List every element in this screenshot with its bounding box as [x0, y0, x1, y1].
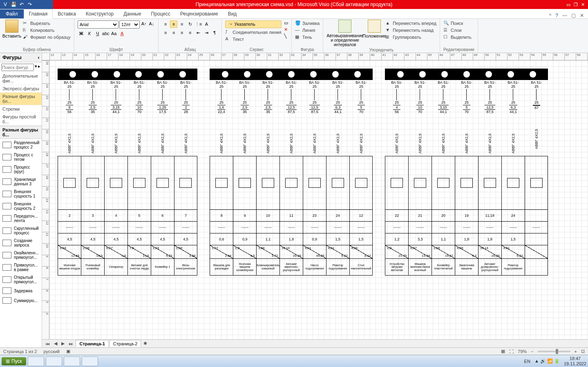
shape-item[interactable]: Процесс (круг): [0, 163, 42, 176]
tray-icons[interactable]: ▲ 🔊 📶 🔋: [534, 358, 560, 364]
shadow-button[interactable]: ▦Тень: [295, 34, 320, 40]
shape-search-dropdown-icon[interactable]: ▾: [35, 64, 37, 71]
font-name-select[interactable]: Arial: [78, 20, 118, 29]
tab-design[interactable]: Конструктор: [81, 9, 118, 18]
strikethrough-button[interactable]: abc: [102, 30, 110, 37]
bold-button[interactable]: Ж: [78, 30, 85, 37]
font-color-button[interactable]: А: [118, 30, 126, 37]
orientation-icon[interactable]: ↻: [186, 20, 194, 28]
macro-record-icon[interactable]: ▣: [66, 349, 70, 354]
copy-button[interactable]: ⎘Копировать: [23, 27, 71, 33]
shape-item[interactable]: Задержка: [0, 286, 42, 296]
page-first-icon[interactable]: ⏮: [44, 341, 51, 346]
help-icon[interactable]: ?: [555, 13, 558, 18]
shape-item[interactable]: Окаймленн... прямоугол...: [0, 249, 42, 261]
undo-icon[interactable]: ↶: [19, 2, 25, 7]
taskbar-telegram-icon[interactable]: [46, 356, 62, 366]
page-add-icon[interactable]: ✱: [142, 341, 149, 346]
view-mode-icon[interactable]: ▦: [501, 349, 505, 354]
tab-review[interactable]: Рецензирование: [175, 9, 223, 18]
window-close-icon[interactable]: ✕: [580, 13, 584, 18]
canvas[interactable]: 1213141516171819202122232425262728293031…: [42, 53, 588, 347]
shape-item[interactable]: Передаточ... лента: [0, 212, 42, 225]
status-language[interactable]: русский: [43, 349, 59, 354]
pane-collapse-icon[interactable]: ‹: [38, 55, 39, 60]
font-size-select[interactable]: 12пт: [119, 20, 140, 29]
stencil-item[interactable]: Экспресс-фигуры: [0, 85, 42, 93]
page-last-icon[interactable]: ⏭: [67, 341, 75, 346]
start-button[interactable]: ⊞Пуск: [2, 357, 26, 365]
page-tab-1[interactable]: Страница-1: [76, 340, 108, 347]
connector-tool-button[interactable]: ⤴Соединительная линия: [225, 29, 281, 35]
tray-lang[interactable]: EN: [524, 359, 530, 364]
shape-item[interactable]: Создание запроса: [0, 237, 42, 249]
bullets-icon[interactable]: ⋮≡: [195, 20, 202, 28]
decrease-font-icon[interactable]: A↓: [148, 20, 155, 29]
align-middle-icon[interactable]: ≡: [170, 20, 177, 28]
line-tool-icon[interactable]: ╲: [284, 33, 288, 39]
stencil-item[interactable]: Фигуры простой б...: [0, 113, 42, 126]
send-backward-button[interactable]: ▼Переместить назад: [385, 27, 436, 33]
align-top-icon[interactable]: ≡: [162, 20, 169, 28]
shape-item[interactable]: Внешняя сущность 1: [0, 188, 42, 200]
minimize-icon[interactable]: ▭: [566, 2, 570, 7]
fit-window-icon[interactable]: ⊡: [581, 349, 585, 354]
group-button[interactable]: ⊞Группировать: [385, 34, 436, 40]
window-min-icon[interactable]: —: [562, 13, 567, 18]
tab-home[interactable]: Главная: [24, 9, 53, 19]
format-painter-button[interactable]: 🖌Формат по образцу: [23, 34, 71, 40]
align-center-icon[interactable]: ≡: [170, 29, 177, 36]
window-restore-icon[interactable]: ▢: [571, 13, 576, 18]
find-button[interactable]: 🔍Поиск: [443, 20, 472, 26]
shape-search-go-icon[interactable]: ▸: [38, 64, 40, 71]
paste-button[interactable]: Вставить: [3, 20, 20, 38]
tab-view[interactable]: Вид: [223, 9, 242, 18]
shape-item[interactable]: Процесс с тегом: [0, 151, 42, 163]
drawing-page[interactable]: ВА 51-2525856АВВГ 4Х2,5ВА 51-25252,535АВ…: [49, 60, 588, 339]
align-right-icon[interactable]: ≡: [178, 29, 186, 36]
full-screen-icon[interactable]: ⛶: [509, 349, 514, 354]
align-bottom-icon[interactable]: ≡: [178, 20, 186, 28]
paragraph-spacing-icon[interactable]: ¶: [211, 29, 218, 36]
shape-item[interactable]: Открытый прямоугол...: [0, 274, 42, 286]
ribbon-minimize-icon[interactable]: ^: [549, 13, 552, 18]
line-button[interactable]: ―Линия: [295, 27, 320, 33]
tab-data[interactable]: Данные: [118, 9, 146, 18]
zoom-slider[interactable]: [538, 351, 570, 352]
italic-button[interactable]: К: [86, 30, 93, 37]
shape-item[interactable]: Суммирую...: [0, 296, 42, 305]
text-direction-icon[interactable]: A: [203, 20, 210, 28]
autoalign-button[interactable]: Автовыравнивание и определение интервало…: [326, 20, 363, 47]
tab-insert[interactable]: Вставка: [53, 9, 81, 18]
shape-item[interactable]: Прямоугол... в рамке: [0, 261, 42, 274]
position-button[interactable]: Положение: [366, 20, 383, 38]
select-button[interactable]: ☐Выделить: [443, 34, 472, 40]
taskbar-visio-icon[interactable]: [82, 356, 98, 366]
align-left-icon[interactable]: ≡: [162, 29, 169, 36]
decrease-indent-icon[interactable]: ⇤: [195, 29, 202, 36]
fill-button[interactable]: 🪣Заливка: [295, 20, 320, 26]
zoom-out-icon[interactable]: −: [531, 349, 533, 354]
shape-item[interactable]: Хранилище данных 3: [0, 176, 42, 188]
text-tool-button[interactable]: AТекст: [225, 36, 281, 42]
cut-button[interactable]: ✂Вырезать: [23, 20, 71, 26]
shape-item[interactable]: Разделенный процесс 2: [0, 139, 42, 151]
shape-item[interactable]: Скругленный процесс: [0, 225, 42, 237]
shape-search-input[interactable]: [1, 64, 34, 71]
stencil-item[interactable]: Стрелки: [0, 105, 42, 113]
taskbar-edge-icon[interactable]: [28, 356, 44, 366]
stencil-item[interactable]: Дополнительные фиг...: [0, 72, 42, 85]
shape-item[interactable]: Внешняя сущность 2: [0, 200, 42, 212]
close-tool-icon[interactable]: ✕: [284, 27, 288, 32]
zoom-in-icon[interactable]: +: [575, 349, 577, 354]
bring-forward-button[interactable]: ▲Переместить вперед: [385, 20, 436, 26]
page-next-icon[interactable]: ▶: [60, 341, 66, 346]
redo-icon[interactable]: ↷: [27, 2, 33, 7]
increase-font-icon[interactable]: A↑: [141, 20, 148, 29]
layers-button[interactable]: ☰Слои: [443, 27, 472, 33]
page-prev-icon[interactable]: ◀: [52, 341, 59, 346]
justify-icon[interactable]: ≡: [186, 29, 194, 36]
increase-indent-icon[interactable]: ⇥: [203, 29, 210, 36]
tab-process[interactable]: Процесс: [146, 9, 175, 18]
file-tab[interactable]: Файл: [0, 9, 24, 18]
